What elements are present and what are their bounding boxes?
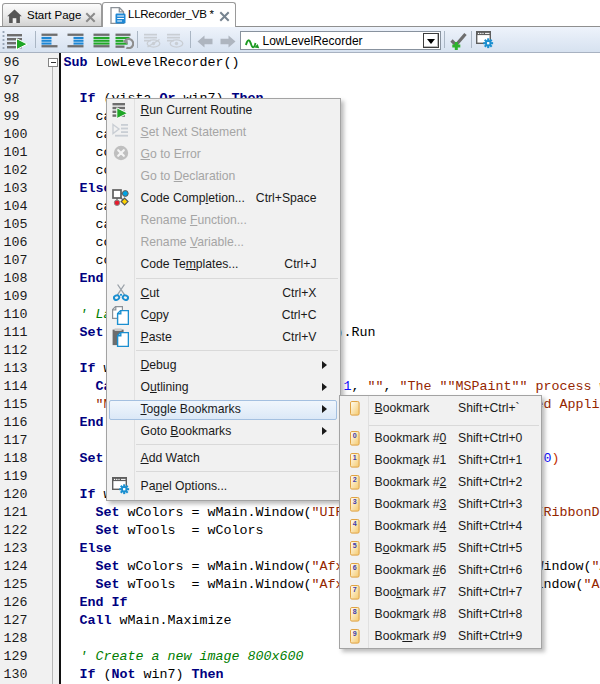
svg-text:0: 0 [352,432,356,439]
svg-text:3: 3 [352,498,356,505]
svg-text:2: 2 [352,476,356,483]
svg-text:7: 7 [352,586,356,593]
svg-text:1: 1 [352,454,356,461]
svg-text:5: 5 [352,542,356,549]
svg-text:6: 6 [352,564,356,571]
svg-text:8: 8 [352,608,356,615]
svg-text:9: 9 [352,630,356,637]
svg-text:4: 4 [352,520,356,527]
